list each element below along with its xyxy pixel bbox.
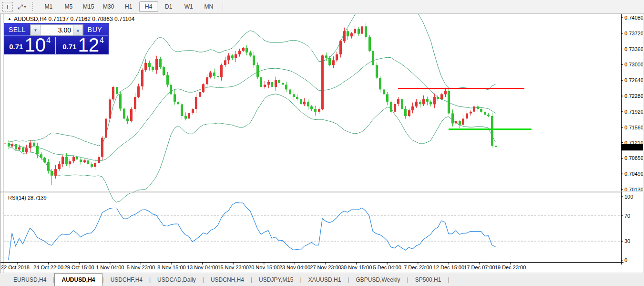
svg-text:0.71210: 0.71210	[624, 140, 644, 146]
tab-separator: |	[448, 273, 449, 286]
chart-tabs-bar: EURUSD,H4|AUDUSD,H4|USDCHF,H4|USDCAD,Dai…	[0, 273, 644, 286]
svg-text:12 Dec 15:00: 12 Dec 15:00	[433, 265, 464, 270]
collapse-panel-icon[interactable]: ▲	[8, 17, 11, 21]
one-click-trade-panel: SELL ▼ ▲ BUY 0.71 10 4 0.71 12 4	[4, 23, 109, 54]
svg-text:27 Nov 23:00: 27 Nov 23:00	[310, 265, 341, 270]
buy-price-pip: 4	[100, 37, 104, 44]
svg-text:17 Dec 07:00: 17 Dec 07:00	[464, 265, 495, 270]
sell-price-button[interactable]: 0.71 10 4	[4, 37, 56, 54]
tabbar-spacer	[0, 273, 7, 286]
svg-text:5 Dec 04:00: 5 Dec 04:00	[373, 265, 401, 270]
timeframe-w1[interactable]: W1	[179, 1, 198, 12]
svg-text:70: 70	[624, 213, 630, 219]
svg-text:0.70850: 0.70850	[624, 155, 644, 161]
svg-text:1 Nov 04:00: 1 Nov 04:00	[96, 265, 124, 270]
current-price-badge: 0.71104	[621, 144, 644, 150]
svg-text:0.70130: 0.70130	[624, 187, 644, 192]
toolbar-separator	[223, 2, 223, 11]
volume-increase-button[interactable]: ▲	[73, 25, 83, 35]
svg-text:0.73360: 0.73360	[624, 46, 644, 52]
svg-text:0.74080: 0.74080	[624, 15, 644, 21]
svg-text:5 Nov 23:00: 5 Nov 23:00	[127, 265, 155, 270]
timeframe-m15[interactable]: M15	[79, 1, 98, 12]
rsi-pane: 10070300	[4, 194, 633, 263]
tab-sp500-h1[interactable]: SP500,H1	[409, 273, 448, 286]
symbol-ohlc-text: AUDUSD,H4 0.71137 0.71162 0.70863 0.7110…	[14, 16, 135, 22]
svg-text:0.73720: 0.73720	[624, 31, 644, 36]
chart-title: ▲AUDUSD,H4 0.71137 0.71162 0.70863 0.711…	[8, 16, 134, 22]
text-tool-icon[interactable]: T	[2, 2, 13, 11]
timeframe-mn[interactable]: MN	[199, 1, 218, 12]
svg-text:23 Nov 04:00: 23 Nov 04:00	[279, 265, 310, 270]
cursor-tool-icon[interactable]: ⤢	[18, 3, 23, 10]
svg-text:30: 30	[624, 238, 630, 244]
svg-text:0.71104: 0.71104	[623, 144, 642, 150]
buy-price-button[interactable]: 0.71 12 4	[57, 37, 109, 54]
svg-text:0: 0	[624, 257, 627, 263]
svg-text:24 Oct 22:00: 24 Oct 22:00	[33, 265, 63, 270]
volume-spinner: ▼ ▲	[30, 24, 83, 36]
svg-text:0.73000: 0.73000	[624, 62, 644, 67]
sell-price-pip: 4	[46, 37, 51, 44]
svg-text:0.72640: 0.72640	[624, 77, 644, 83]
svg-text:29 Oct 15:00: 29 Oct 15:00	[64, 265, 94, 270]
svg-text:19 Dec 23:00: 19 Dec 23:00	[495, 265, 526, 270]
timeframe-m1[interactable]: M1	[39, 1, 58, 12]
price-axis: 0.740800.737200.733600.730000.726400.722…	[621, 15, 644, 192]
svg-text:22 Oct 2018: 22 Oct 2018	[1, 265, 30, 270]
svg-text:100: 100	[624, 194, 633, 200]
volume-decrease-button[interactable]: ▼	[31, 25, 41, 35]
tab-usdchf-h4[interactable]: USDCHF,H4	[104, 273, 149, 286]
timeframe-m5[interactable]: M5	[59, 1, 78, 12]
svg-text:13 Nov 04:00: 13 Nov 04:00	[187, 265, 218, 270]
tab-usdcad-daily[interactable]: USDCAD,Daily	[151, 273, 203, 286]
toolbar: T ⤢ ▾ M1M5M15M30H1H4D1W1MN	[0, 0, 644, 14]
tab-usdjpy-m15[interactable]: USDJPY,M15	[252, 273, 300, 286]
chevron-down-icon[interactable]: ▾	[24, 4, 26, 9]
timeframe-h1[interactable]: H1	[119, 1, 138, 12]
svg-text:20 Nov 15:00: 20 Nov 15:00	[248, 265, 279, 270]
toolbar-grip	[32, 2, 35, 11]
date-axis: 22 Oct 201824 Oct 22:0029 Oct 15:001 Nov…	[1, 263, 526, 271]
horizontal-trend-lines	[398, 89, 532, 129]
svg-text:0.72280: 0.72280	[624, 93, 644, 99]
svg-text:8 Nov 15:00: 8 Nov 15:00	[157, 265, 185, 270]
buy-price-prefix: 0.71	[62, 42, 76, 51]
timeframe-h4[interactable]: H4	[139, 1, 158, 12]
tab-xauusd-h1[interactable]: XAUUSD,H1	[302, 273, 348, 286]
tab-usdcnh-h4[interactable]: USDCNH,H4	[204, 273, 251, 286]
svg-text:0.70490: 0.70490	[624, 171, 644, 177]
svg-text:30 Nov 15:00: 30 Nov 15:00	[341, 265, 372, 270]
timeframe-buttons: M1M5M15M30H1H4D1W1MN	[39, 1, 219, 12]
sell-price-prefix: 0.71	[9, 42, 23, 51]
timeframe-m30[interactable]: M30	[99, 1, 118, 12]
svg-text:15 Nov 23:00: 15 Nov 23:00	[217, 265, 248, 270]
timeframe-d1[interactable]: D1	[159, 1, 178, 12]
svg-text:0.71920: 0.71920	[624, 109, 644, 115]
tab-eurusd-h4[interactable]: EURUSD,H4	[7, 273, 53, 286]
tab-gbpusd-weekly[interactable]: GBPUSD,Weekly	[349, 273, 407, 286]
sell-price-big: 10	[24, 37, 46, 53]
buy-price-big: 12	[78, 37, 99, 53]
svg-text:7 Dec 23:00: 7 Dec 23:00	[404, 265, 432, 270]
rsi-label: RSI(14) 28.7139	[8, 195, 47, 201]
svg-text:0.71560: 0.71560	[624, 125, 644, 130]
tab-audusd-h4[interactable]: AUDUSD,H4	[54, 273, 102, 286]
volume-input[interactable]	[41, 25, 73, 35]
